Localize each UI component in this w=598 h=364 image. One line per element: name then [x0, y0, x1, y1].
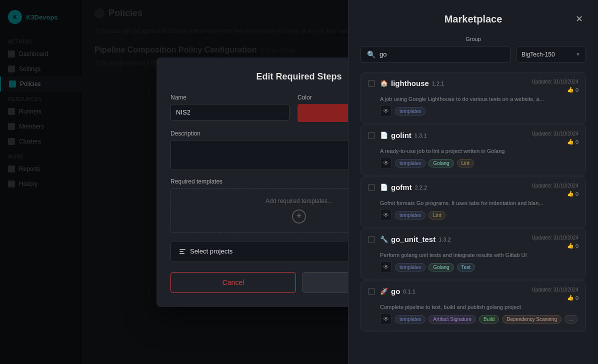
marketplace-list: 🏠 lighthouse 1.2.1 Updated: 31/10/2024 👍… [360, 72, 586, 352]
close-marketplace-button[interactable]: ✕ [572, 12, 586, 26]
tag-golang: Golang [428, 159, 454, 168]
item-main: 🚀 go 0.1.1 [380, 287, 527, 296]
item-updated: Updated: 31/10/2024 [532, 287, 578, 292]
item-desc: A job using Google Lighthouse to do vari… [368, 96, 578, 102]
marketplace-item: 📄 golint 1.3.1 Updated: 31/10/2024 👍 0 A… [360, 124, 586, 176]
item-main: 📄 gofmt 2.2.2 [380, 183, 527, 192]
name-label: Name [170, 94, 290, 101]
item-likes: 👍 0 [567, 242, 578, 249]
item-updated: Updated: 31/10/2024 [532, 183, 578, 188]
item-likes: 👍 0 [567, 190, 578, 197]
name-form-group: Name [170, 94, 290, 122]
item-likes: 👍 0 [567, 86, 578, 93]
tag-templates: templates [395, 159, 426, 168]
tag-templates: templates [395, 263, 426, 272]
item-likes: 👍 0 [567, 294, 578, 301]
search-row: 🔍 BigTech-150 ▼ [360, 46, 586, 62]
item-updated: Updated: 31/10/2024 [532, 235, 578, 240]
item-title-row: 🔧 go_unit_test 1.3.2 [380, 235, 527, 244]
item-meta: Updated: 31/10/2024 👍 0 [532, 131, 578, 145]
marketplace-panel: Marketplace ✕ Group 🔍 BigTech-150 ▼ 🏠 li… [348, 0, 598, 364]
item-checkbox-lighthouse[interactable] [368, 80, 375, 87]
search-input[interactable] [380, 46, 504, 62]
search-icon: 🔍 [367, 50, 376, 58]
item-meta: Updated: 31/10/2024 👍 0 [532, 183, 578, 197]
tag-lint: Lint [428, 211, 446, 220]
marketplace-item: 🔧 go_unit_test 1.3.2 Updated: 31/10/2024… [360, 228, 586, 280]
thumbs-up-icon: 👍 [567, 190, 574, 197]
item-checkbox-golint[interactable] [368, 132, 375, 139]
item-actions-row: 👁 templates [368, 105, 578, 117]
marketplace-title: Marketplace [374, 14, 572, 25]
tag-templates: templates [395, 315, 426, 324]
svg-rect-0 [180, 249, 186, 250]
tag-templates: templates [395, 211, 426, 220]
item-name: golint [391, 131, 412, 140]
item-checkbox-go[interactable] [368, 288, 375, 295]
item-name: gofmt [391, 183, 412, 192]
item-top-row: 🏠 lighthouse 1.2.1 Updated: 31/10/2024 👍… [368, 79, 578, 93]
svg-rect-2 [180, 253, 184, 254]
preview-button-go_unit_test[interactable]: 👁 [380, 261, 392, 273]
item-likes: 👍 0 [567, 138, 578, 145]
thumbs-up-icon: 👍 [567, 138, 574, 145]
preview-button-go[interactable]: 👁 [380, 313, 392, 325]
item-type-icon: 🔧 [380, 236, 388, 243]
preview-button-gofmt[interactable]: 👁 [380, 209, 392, 221]
tag-test: Test [457, 263, 475, 272]
add-template-button[interactable]: + [292, 210, 306, 224]
preview-button-lighthouse[interactable]: 👁 [380, 105, 392, 117]
item-actions-row: 👁 templatesGolangTest [368, 261, 578, 273]
item-main: 🔧 go_unit_test 1.3.2 [380, 235, 527, 244]
tag-golang: Golang [428, 263, 454, 272]
item-desc: Complete pipeline to test, build and pub… [368, 304, 578, 310]
item-desc: Gofmt formats Go programs. It uses tabs … [368, 200, 578, 206]
item-meta: Updated: 31/10/2024 👍 0 [532, 235, 578, 249]
marketplace-item: 🏠 lighthouse 1.2.1 Updated: 31/10/2024 👍… [360, 72, 586, 124]
tag-dependency: Dependency Scanning [502, 315, 562, 324]
name-input[interactable] [170, 104, 290, 120]
item-actions-row: 👁 templatesArtifact SignatureBuildDepend… [368, 313, 578, 325]
item-top-row: 📄 golint 1.3.1 Updated: 31/10/2024 👍 0 [368, 131, 578, 145]
item-top-row: 🚀 go 0.1.1 Updated: 31/10/2024 👍 0 [368, 287, 578, 301]
marketplace-item: 🚀 go 0.1.1 Updated: 31/10/2024 👍 0 Compl… [360, 280, 586, 332]
tag-templates: templates [395, 107, 426, 116]
item-actions-row: 👁 templatesLint [368, 209, 578, 221]
item-top-row: 🔧 go_unit_test 1.3.2 Updated: 31/10/2024… [368, 235, 578, 249]
item-desc: A ready-to-use job to lint a project wri… [368, 148, 578, 154]
thumbs-up-icon: 👍 [567, 86, 574, 93]
item-checkbox-go_unit_test[interactable] [368, 236, 375, 243]
item-desc: Perform golang unit tests and integrate … [368, 252, 578, 258]
group-label: Group [360, 36, 586, 42]
item-title-row: 📄 gofmt 2.2.2 [380, 183, 527, 192]
item-name: lighthouse [391, 79, 429, 88]
item-main: 🏠 lighthouse 1.2.1 [380, 79, 527, 88]
tag-lint: Lint [457, 159, 474, 168]
item-updated: Updated: 31/10/2024 [532, 79, 578, 84]
item-top-row: 📄 gofmt 2.2.2 Updated: 31/10/2024 👍 0 [368, 183, 578, 197]
item-type-icon: 🚀 [380, 288, 388, 295]
preview-button-golint[interactable]: 👁 [380, 157, 392, 169]
item-type-icon: 🏠 [380, 80, 388, 87]
item-title-row: 🚀 go 0.1.1 [380, 287, 527, 296]
marketplace-header: Marketplace ✕ [360, 12, 586, 26]
marketplace-item: 📄 gofmt 2.2.2 Updated: 31/10/2024 👍 0 Go… [360, 176, 586, 228]
list-icon [179, 248, 186, 255]
item-name: go [391, 287, 400, 296]
item-type-icon: 📄 [380, 132, 388, 139]
tag-more: ... [564, 315, 578, 324]
item-version: 2.2.2 [415, 184, 427, 190]
chevron-down-icon: ▼ [576, 52, 580, 57]
item-checkbox-gofmt[interactable] [368, 184, 375, 191]
item-type-icon: 📄 [380, 184, 388, 191]
select-projects-label: Select projects [190, 248, 232, 255]
item-version: 0.1.1 [403, 288, 415, 294]
group-select[interactable]: BigTech-150 ▼ [516, 46, 586, 62]
thumbs-up-icon: 👍 [567, 294, 574, 301]
item-meta: Updated: 31/10/2024 👍 0 [532, 79, 578, 93]
tag-build: Build [479, 315, 499, 324]
item-meta: Updated: 31/10/2024 👍 0 [532, 287, 578, 301]
search-box: 🔍 [360, 46, 511, 62]
cancel-button[interactable]: Cancel [170, 272, 296, 293]
item-version: 1.2.1 [432, 80, 444, 86]
